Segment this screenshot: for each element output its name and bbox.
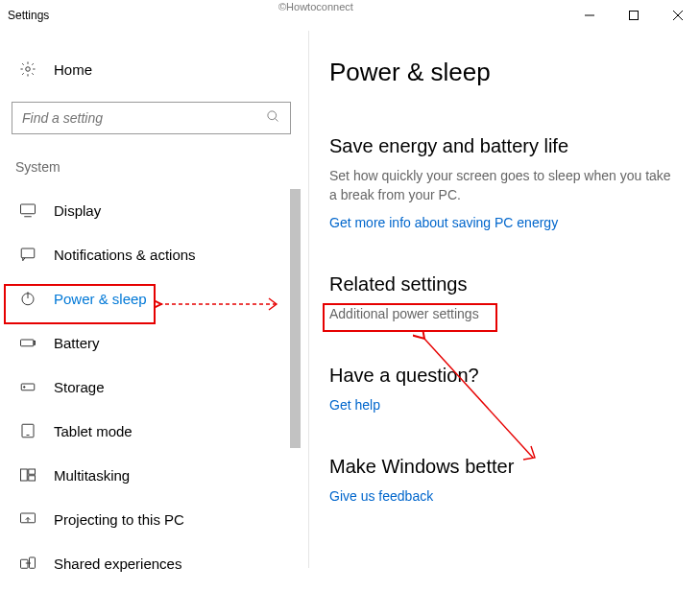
window-title: Settings: [8, 9, 49, 22]
search-box[interactable]: [12, 102, 291, 134]
svg-point-4: [26, 67, 31, 72]
sidebar-item-battery[interactable]: Battery: [12, 320, 291, 365]
link-additional-power[interactable]: Additional power settings: [329, 306, 479, 321]
nav-label: Power & sleep: [54, 291, 147, 307]
section-label-system: System: [12, 159, 291, 175]
nav-label: Projecting to this PC: [54, 511, 184, 528]
search-icon: [266, 109, 280, 128]
tablet-icon: [19, 422, 36, 439]
svg-rect-7: [21, 204, 36, 214]
nav-label: Battery: [54, 335, 100, 351]
sidebar-item-notifications[interactable]: Notifications & actions: [12, 232, 291, 276]
svg-rect-12: [21, 340, 35, 346]
minimize-button[interactable]: [567, 0, 612, 31]
watermark-text: ©Howtoconnect: [278, 1, 353, 12]
sidebar-item-projecting[interactable]: Projecting to this PC: [12, 497, 291, 541]
svg-line-6: [275, 118, 278, 121]
close-button[interactable]: [656, 0, 700, 31]
power-icon: [19, 290, 36, 307]
display-icon: [19, 201, 36, 219]
nav-label: Notifications & actions: [54, 247, 196, 263]
nav-label: Tablet mode: [54, 423, 133, 439]
svg-point-5: [268, 110, 277, 119]
home-label: Home: [54, 61, 92, 78]
sidebar-item-display[interactable]: Display: [12, 188, 291, 232]
title-bar: Settings ©Howtoconnect: [0, 0, 700, 31]
nav-label: Shared experiences: [54, 556, 181, 572]
svg-point-15: [24, 387, 26, 389]
sidebar: Home System Display Notifications & acti…: [0, 31, 302, 591]
section-heading-energy: Save energy and battery life: [329, 135, 673, 157]
shared-icon: [19, 555, 36, 572]
search-input[interactable]: [22, 110, 266, 126]
sidebar-item-shared[interactable]: Shared experiences: [12, 541, 291, 585]
svg-rect-9: [21, 248, 35, 258]
storage-icon: [19, 378, 36, 395]
svg-rect-1: [630, 12, 639, 20]
multitask-icon: [19, 466, 36, 484]
svg-rect-13: [34, 342, 36, 345]
notifications-icon: [19, 246, 36, 263]
content-pane: Power & sleep Save energy and battery li…: [302, 31, 700, 591]
battery-icon: [19, 334, 36, 351]
section-body-energy: Set how quickly your screen goes to slee…: [329, 167, 673, 204]
scroll-thumb[interactable]: [290, 189, 301, 448]
sidebar-item-multitasking[interactable]: Multitasking: [12, 453, 291, 497]
nav-label: Display: [54, 202, 101, 219]
svg-rect-19: [29, 469, 36, 474]
section-heading-feedback: Make Windows better: [329, 456, 673, 478]
section-heading-related: Related settings: [329, 273, 673, 296]
svg-rect-20: [29, 476, 36, 481]
maximize-button[interactable]: [612, 0, 656, 31]
nav-label: Storage: [54, 379, 105, 395]
sidebar-item-storage[interactable]: Storage: [12, 365, 291, 409]
page-title: Power & sleep: [329, 58, 673, 87]
link-pc-energy[interactable]: Get more info about saving PC energy: [329, 215, 558, 230]
project-icon: [19, 510, 36, 528]
sidebar-scrollbar[interactable]: [288, 189, 302, 544]
link-get-help[interactable]: Get help: [329, 397, 380, 413]
home-button[interactable]: Home: [12, 50, 291, 88]
svg-rect-18: [21, 469, 28, 481]
sidebar-item-tablet[interactable]: Tablet mode: [12, 409, 291, 453]
svg-rect-23: [21, 559, 29, 568]
vertical-divider: [308, 31, 309, 568]
sidebar-item-power-sleep[interactable]: Power & sleep: [12, 276, 291, 320]
link-feedback[interactable]: Give us feedback: [329, 488, 433, 504]
gear-icon: [19, 60, 36, 78]
section-heading-question: Have a question?: [329, 365, 673, 387]
nav-label: Multitasking: [54, 467, 130, 484]
window-controls: [567, 0, 700, 31]
